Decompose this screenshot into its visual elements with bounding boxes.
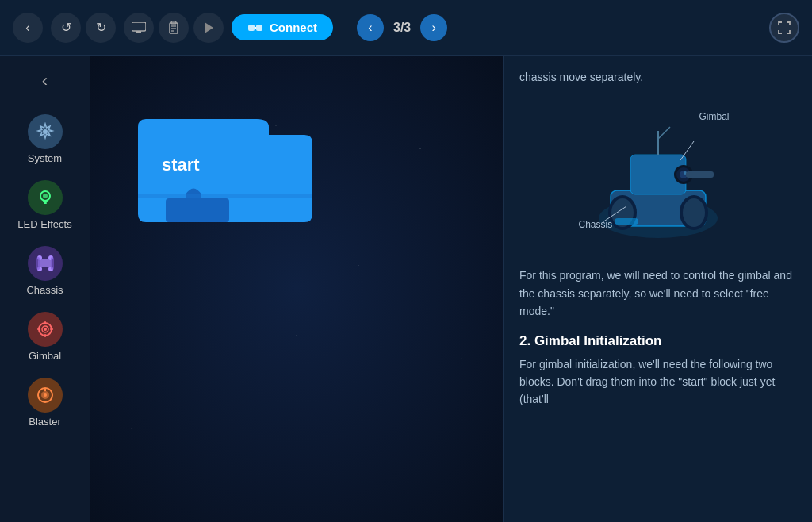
monitor-button[interactable] <box>124 13 154 43</box>
chassis-icon <box>28 246 63 281</box>
gimbal-icon <box>28 312 63 347</box>
led-effects-icon <box>28 180 63 215</box>
svg-rect-10 <box>256 25 262 31</box>
redo-button[interactable]: ↻ <box>86 13 116 43</box>
undo-button[interactable]: ↺ <box>51 13 81 43</box>
svg-point-26 <box>44 328 47 331</box>
panel-body-text: For this program, we will need to contro… <box>519 267 796 320</box>
prev-page-button[interactable]: ‹ <box>357 14 384 41</box>
gimbal-label: Gimbal <box>699 111 729 122</box>
svg-rect-1 <box>136 31 141 33</box>
svg-rect-2 <box>135 33 143 33</box>
sidebar-item-led-effects[interactable]: LED Effects <box>0 174 90 236</box>
toolbar-group-history: ↺ ↻ <box>51 13 116 43</box>
svg-rect-17 <box>38 259 52 267</box>
sidebar-item-chassis[interactable]: Chassis <box>0 240 90 302</box>
svg-marker-8 <box>205 22 213 33</box>
sidebar-back-button[interactable]: ‹ <box>28 63 63 98</box>
toolbar: ‹ ↺ ↻ <box>0 0 812 56</box>
svg-rect-23 <box>51 257 54 270</box>
blaster-icon <box>28 378 63 413</box>
svg-line-56 <box>680 141 694 160</box>
sidebar: ‹ System LED Effects <box>0 56 90 522</box>
sidebar-label-chassis: Chassis <box>26 284 63 296</box>
clipboard-button[interactable] <box>159 13 189 43</box>
page-navigation: ‹ 3/3 › <box>357 14 447 41</box>
page-indicator: 3/3 <box>390 21 414 35</box>
toolbar-group-tools <box>124 13 224 43</box>
svg-rect-16 <box>44 202 47 204</box>
robot-diagram: Gimbal Chassis <box>519 95 796 254</box>
back-button[interactable]: ‹ <box>13 13 43 43</box>
svg-point-14 <box>43 194 48 198</box>
robot-svg-container: Gimbal Chassis <box>555 95 761 254</box>
panel-intro-text: chassis move separately. <box>519 68 796 86</box>
svg-text:start: start <box>162 155 200 175</box>
sidebar-label-led-effects: LED Effects <box>17 218 71 230</box>
right-panel: chassis move separately. <box>503 56 812 522</box>
svg-rect-52 <box>686 171 714 178</box>
svg-rect-15 <box>43 201 48 202</box>
svg-point-12 <box>43 129 48 134</box>
next-page-button[interactable]: › <box>420 14 447 41</box>
svg-rect-45 <box>615 218 638 225</box>
connect-button[interactable]: Connect <box>232 14 333 40</box>
svg-rect-22 <box>36 257 40 270</box>
sidebar-label-gimbal: Gimbal <box>29 350 61 362</box>
play-button[interactable] <box>193 13 224 43</box>
chassis-label: Chassis <box>579 219 613 230</box>
svg-rect-0 <box>132 22 146 31</box>
fullscreen-button[interactable] <box>769 13 799 43</box>
sidebar-item-blaster[interactable]: Blaster <box>0 371 90 434</box>
svg-rect-36 <box>138 194 312 198</box>
system-icon <box>28 114 63 149</box>
svg-line-54 <box>658 127 670 139</box>
sidebar-item-system[interactable]: System <box>0 108 90 171</box>
section-heading: 2. Gimbal Initialization <box>519 333 796 349</box>
svg-rect-9 <box>248 25 255 31</box>
main-content: ‹ System LED Effects <box>0 56 812 522</box>
sidebar-label-system: System <box>28 152 62 164</box>
svg-point-44 <box>683 198 705 227</box>
sidebar-label-blaster: Blaster <box>29 416 60 428</box>
start-block[interactable]: start <box>138 119 312 225</box>
panel-section-text: For gimbal initialization, we'll need th… <box>519 355 796 409</box>
canvas-area[interactable]: start <box>90 56 503 522</box>
svg-point-33 <box>44 393 47 397</box>
sidebar-item-gimbal[interactable]: Gimbal <box>0 305 90 368</box>
